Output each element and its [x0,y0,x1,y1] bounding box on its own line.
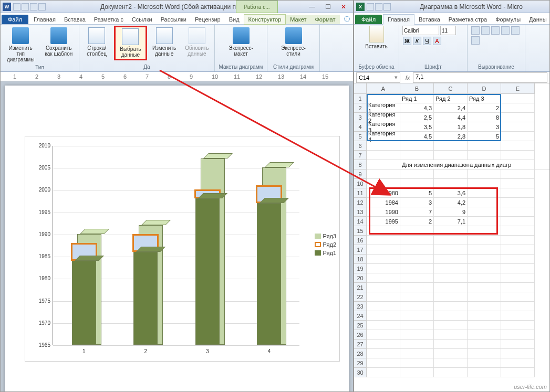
cell[interactable] [400,245,434,255]
legend-item[interactable]: Ряд3 [315,233,336,239]
cell[interactable] [367,283,400,292]
cell[interactable] [501,349,535,358]
cell[interactable] [468,358,501,368]
save-template-button[interactable]: Сохранить как шаблон [41,26,77,58]
help-icon[interactable]: ⓘ [341,14,353,24]
row-header[interactable]: 4 [354,122,367,132]
cell[interactable] [501,188,535,198]
align-right-button[interactable] [471,36,480,45]
cell[interactable] [501,122,535,132]
cell[interactable] [468,340,501,349]
excel-file-tab[interactable]: Файл [355,15,382,24]
align-top-button[interactable] [471,26,480,35]
cell[interactable] [367,349,400,358]
cell[interactable] [468,273,501,283]
ruler[interactable]: 123456789101112131415 [1,72,353,81]
cell[interactable] [367,255,400,264]
excel-qat[interactable] [367,3,391,10]
maximize-button[interactable]: ☐ [320,2,335,12]
cell[interactable] [367,302,400,311]
cell[interactable] [367,141,400,151]
cell[interactable] [400,169,434,179]
cell[interactable] [468,255,501,264]
cell[interactable] [367,273,400,283]
row-header[interactable]: 1 [354,94,367,103]
cell[interactable] [501,141,535,151]
cell[interactable] [367,264,400,273]
qat-more-icon[interactable] [38,3,46,10]
cell[interactable] [434,141,468,151]
cell[interactable] [501,368,535,377]
cell[interactable] [400,330,434,340]
formula-bar[interactable]: 7,1 [413,72,547,83]
row-header[interactable]: 28 [354,349,367,358]
align-center-button[interactable] [511,26,520,35]
cell[interactable] [434,236,468,245]
cell[interactable] [468,321,501,330]
cell[interactable] [501,302,535,311]
qat-undo-icon[interactable] [22,3,29,10]
cell[interactable] [468,330,501,340]
cell[interactable] [501,132,535,141]
row-header[interactable]: 5 [354,132,367,141]
row-header[interactable]: 18 [354,255,367,264]
cell[interactable] [501,217,535,226]
select-all-corner[interactable] [354,83,367,94]
tab-review[interactable]: Рецензир [191,15,225,24]
row-header[interactable]: 24 [354,311,367,321]
tab-home[interactable]: Главная [29,15,60,24]
cell[interactable] [434,292,468,302]
paste-button[interactable]: Вставить [365,44,387,49]
row-header[interactable]: 11 [354,188,367,198]
cell[interactable] [501,321,535,330]
cell[interactable] [400,358,434,368]
row-header[interactable]: 6 [354,141,367,151]
cell[interactable] [400,349,434,358]
cell[interactable] [434,330,468,340]
cell[interactable] [501,207,535,217]
cell[interactable] [468,245,501,255]
col-header[interactable]: D [468,83,501,94]
cell[interactable] [468,311,501,321]
cell[interactable] [468,169,501,179]
cell[interactable] [501,273,535,283]
tab-layout[interactable]: Разметка с [90,15,128,24]
align-left-button[interactable] [501,26,510,35]
row-header[interactable]: 16 [354,236,367,245]
page[interactable]: 1234 Ряд3Ряд2Ряд1 1965197019751980198519… [5,86,349,391]
qat-save-icon[interactable] [367,3,374,10]
cell[interactable] [400,141,434,151]
legend-item[interactable]: Ряд1 [315,250,336,256]
row-header[interactable]: 21 [354,283,367,292]
cell[interactable] [501,94,535,103]
cell[interactable] [434,255,468,264]
row-header[interactable]: 23 [354,302,367,311]
col-header[interactable]: E [501,83,535,94]
cell[interactable] [434,283,468,292]
refresh-data-button[interactable]: Обновить данные [182,26,212,58]
tab-design[interactable]: Конструктор [244,14,286,25]
cell[interactable] [367,160,400,169]
tab-insert-excel[interactable]: Вставка [414,15,444,24]
cell[interactable] [501,236,535,245]
row-header[interactable]: 20 [354,273,367,283]
tab-insert[interactable]: Вставка [60,15,90,24]
row-header[interactable]: 14 [354,217,367,226]
quick-access-toolbar[interactable] [13,3,46,10]
cell[interactable] [434,245,468,255]
cell[interactable]: Для изменения диапазона данных диагр [400,160,535,169]
col-header[interactable]: A [367,83,400,94]
font-name-dropdown[interactable] [402,26,439,35]
cell[interactable] [501,151,535,160]
tab-formulas-excel[interactable]: Формулы [491,15,525,24]
cell[interactable] [468,283,501,292]
cell[interactable] [400,321,434,330]
align-middle-button[interactable] [481,26,490,35]
edit-data-button[interactable]: Изменить данные [149,26,180,58]
row-header[interactable]: 7 [354,151,367,160]
cell[interactable] [434,169,468,179]
cell[interactable] [367,236,400,245]
switch-rowcol-button[interactable]: Строка/столбец [81,26,112,58]
cell[interactable] [434,321,468,330]
cell[interactable] [468,368,501,377]
